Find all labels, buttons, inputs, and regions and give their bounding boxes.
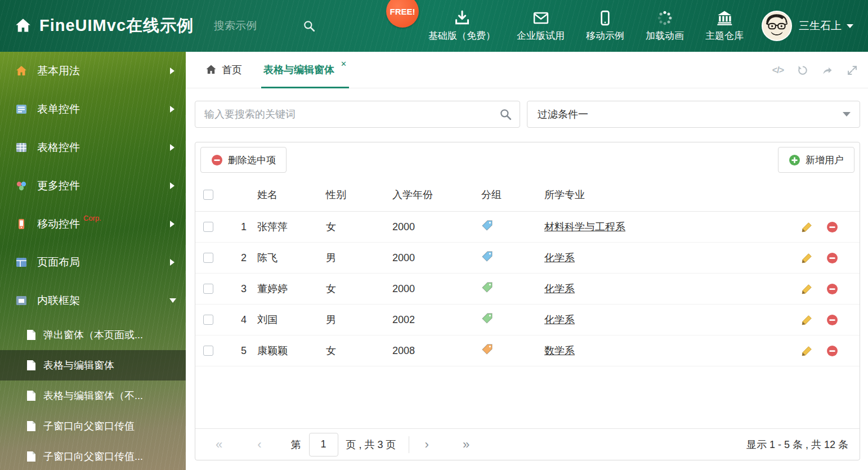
user-menu[interactable]: 三生石上 <box>762 0 853 52</box>
spinner-icon <box>657 10 673 26</box>
tag-icon <box>481 250 493 262</box>
sidebar-item-label: 表单控件 <box>37 102 80 117</box>
tab-bar: 首页 表格与编辑窗体 ✕ </> <box>186 52 868 88</box>
tag-icon <box>481 220 493 231</box>
delete-icon[interactable] <box>826 345 838 357</box>
delete-icon[interactable] <box>826 283 838 295</box>
cell-gender: 男 <box>326 251 392 265</box>
page-number-input[interactable] <box>309 433 338 456</box>
delete-icon[interactable] <box>826 221 838 233</box>
cell-gender: 男 <box>326 313 392 326</box>
row-index: 2 <box>230 252 257 264</box>
nav-item-mobile-demo[interactable]: 移动示例 <box>575 10 635 42</box>
nav-item-enterprise-trial[interactable]: 企业版试用 <box>506 10 575 42</box>
major-link[interactable]: 化学系 <box>544 314 575 325</box>
home-icon <box>15 65 28 77</box>
app-window: FineUIMvc在线示例 FREE! 基础版（免费） 企业版试用 移动示例 加… <box>0 0 868 470</box>
delete-icon[interactable] <box>826 314 838 326</box>
edit-icon[interactable] <box>801 221 813 233</box>
close-icon[interactable]: ✕ <box>341 60 347 68</box>
row-checkbox[interactable] <box>203 253 213 263</box>
expand-icon[interactable] <box>847 65 858 76</box>
page-content: 过滤条件一 删除选中项 新增用户 <box>186 88 868 460</box>
header-search-input[interactable] <box>214 20 298 32</box>
nav-item-loading-animation[interactable]: 加载动画 <box>635 10 695 42</box>
avatar <box>762 11 792 41</box>
nav-label: 企业版试用 <box>517 29 565 42</box>
chevron-down-icon <box>847 24 853 28</box>
row-checkbox[interactable] <box>203 315 213 325</box>
row-index: 3 <box>230 283 257 295</box>
share-icon[interactable] <box>822 65 833 76</box>
nav-item-basic-edition[interactable]: 基础版（免费） <box>418 10 506 42</box>
sidebar-item-more-controls[interactable]: 更多控件 <box>0 167 186 205</box>
search-icon[interactable] <box>303 20 315 32</box>
free-badge: FREE! <box>386 0 419 28</box>
sidebar-item-form-controls[interactable]: 表单控件 <box>0 90 186 128</box>
sidebar-item-basic-usage[interactable]: 基本用法 <box>0 52 186 90</box>
cell-gender: 女 <box>326 220 392 234</box>
last-page-button[interactable]: » <box>463 437 469 452</box>
sidebar-subitem-grid-edit-window-2[interactable]: 表格与编辑窗体（不... <box>0 381 186 411</box>
record-summary: 显示 1 - 5 条 , 共 12 条 <box>746 438 848 451</box>
home-icon[interactable] <box>15 17 32 34</box>
delete-selected-button[interactable]: 删除选中项 <box>200 147 287 173</box>
top-header: FineUIMvc在线示例 FREE! 基础版（免费） 企业版试用 移动示例 加… <box>0 0 868 52</box>
chevron-down-icon <box>169 298 176 303</box>
major-link[interactable]: 化学系 <box>544 283 575 294</box>
tab-label: 首页 <box>222 63 242 77</box>
prev-page-button[interactable]: ‹ <box>257 437 261 452</box>
edit-icon[interactable] <box>801 283 813 295</box>
pagination-divider <box>409 436 409 453</box>
first-page-button[interactable]: « <box>216 437 222 452</box>
table-icon <box>15 141 28 154</box>
sidebar-item-label: 更多控件 <box>37 178 80 193</box>
major-link[interactable]: 材料科学与工程系 <box>544 221 625 232</box>
filter-dropdown[interactable]: 过滤条件一 <box>527 101 860 128</box>
tab-grid-edit-window[interactable]: 表格与编辑窗体 ✕ <box>261 52 349 88</box>
nav-label: 主题仓库 <box>705 29 744 42</box>
widgets-icon <box>15 180 28 192</box>
sidebar-subitem-grid-edit-window[interactable]: 表格与编辑窗体 <box>0 350 186 381</box>
nav-item-theme-store[interactable]: 主题仓库 <box>695 10 754 42</box>
sidebar-subitem-label: 表格与编辑窗体（不... <box>43 389 143 402</box>
sidebar: 基本用法 表单控件 表格控件 更多控件 移动控件 Corp. 页面布局 <box>0 52 186 470</box>
row-checkbox[interactable] <box>203 346 213 356</box>
major-link[interactable]: 数学系 <box>544 345 575 356</box>
row-index: 5 <box>230 345 257 357</box>
select-all-checkbox[interactable] <box>203 190 213 200</box>
header-nav: 基础版（免费） 企业版试用 移动示例 加载动画 主题仓库 <box>418 0 754 52</box>
data-table: 姓名 性别 入学年份 分组 所学专业 1 张萍萍 女 2000 <box>195 178 860 366</box>
sidebar-item-iframe[interactable]: 内联框架 <box>0 281 186 320</box>
sidebar-subitem-child-to-parent[interactable]: 子窗口向父窗口传值 <box>0 411 186 441</box>
keyword-search-input[interactable] <box>204 109 499 120</box>
tab-home[interactable]: 首页 <box>205 52 242 88</box>
table-row: 5 康颖颖 女 2008 数学系 <box>195 335 860 366</box>
delete-icon[interactable] <box>826 252 838 264</box>
sidebar-item-table-controls[interactable]: 表格控件 <box>0 128 186 167</box>
search-icon[interactable] <box>499 108 512 120</box>
add-user-button[interactable]: 新增用户 <box>778 147 854 173</box>
header-major: 所学专业 <box>544 188 798 202</box>
major-link[interactable]: 化学系 <box>544 252 575 263</box>
edit-icon[interactable] <box>801 252 813 264</box>
row-checkbox[interactable] <box>203 284 213 294</box>
chevron-down-icon <box>843 112 851 117</box>
sidebar-subitem-popup-window[interactable]: 弹出窗体（本页面或... <box>0 320 186 350</box>
sidebar-item-label: 表格控件 <box>37 140 80 155</box>
sidebar-subitem-child-to-parent-2[interactable]: 子窗口向父窗口传值... <box>0 441 186 470</box>
row-checkbox[interactable] <box>203 222 213 232</box>
edit-icon[interactable] <box>801 345 813 357</box>
page-prefix-label: 第 <box>291 438 301 451</box>
sidebar-item-label: 基本用法 <box>37 64 80 78</box>
sidebar-item-page-layout[interactable]: 页面布局 <box>0 243 186 281</box>
mobile-icon <box>597 10 613 26</box>
refresh-icon[interactable] <box>797 65 808 76</box>
sidebar-item-mobile-controls[interactable]: 移动控件 Corp. <box>0 205 186 243</box>
source-code-icon[interactable]: </> <box>772 65 784 75</box>
cell-name: 张萍萍 <box>257 220 326 234</box>
sidebar-subitem-label: 子窗口向父窗口传值 <box>43 419 135 433</box>
next-page-button[interactable]: › <box>425 437 429 452</box>
sidebar-subitem-label: 子窗口向父窗口传值... <box>43 450 143 463</box>
edit-icon[interactable] <box>801 314 813 326</box>
